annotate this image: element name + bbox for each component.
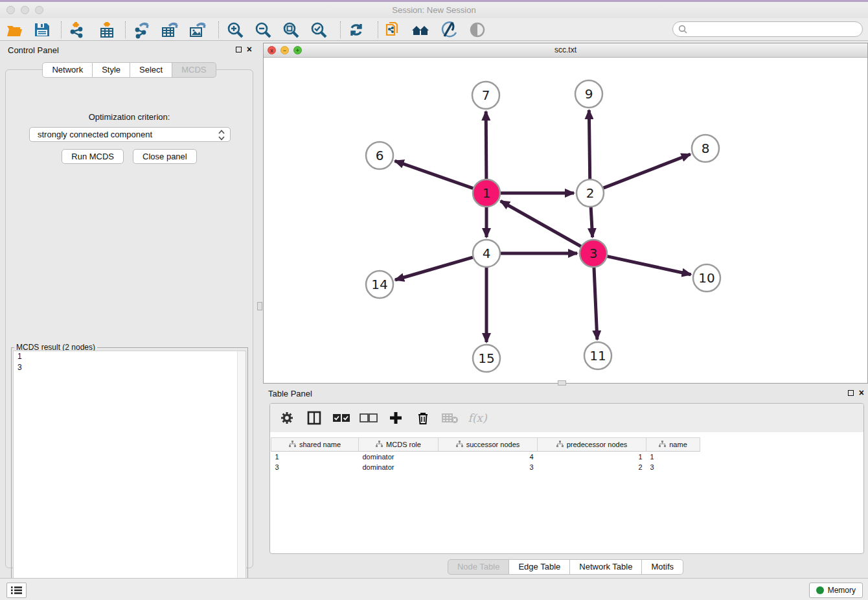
table-panel-title: Table Panel	[268, 389, 312, 398]
show-details-icon[interactable]	[468, 21, 487, 39]
edge-3-1[interactable]	[501, 201, 581, 246]
close-panel-icon[interactable]: ×	[247, 45, 252, 53]
edge-1-6[interactable]	[395, 161, 474, 188]
table-cell[interactable]: 3	[646, 462, 700, 472]
table-row[interactable]: 3dominator323	[271, 462, 700, 472]
control-panel-tabs: NetworkStyleSelectMCDS	[3, 62, 256, 78]
mcds-result-item[interactable]: 3	[14, 362, 246, 373]
table-cell[interactable]: dominator	[359, 462, 439, 472]
edge-2-8[interactable]	[604, 154, 691, 188]
column-edit-icon[interactable]	[456, 441, 463, 449]
node-table: shared nameMCDS rolesuccessor nodesprede…	[271, 437, 700, 472]
export-table-icon[interactable]	[160, 21, 179, 39]
table-panel-tabs: Node TableEdge TableNetwork TableMotifs	[263, 559, 868, 575]
column-header-predecessor-nodes[interactable]: predecessor nodes	[538, 438, 646, 452]
import-network-icon[interactable]	[67, 21, 87, 39]
table-cell[interactable]: 3	[271, 462, 359, 472]
app-title: Session: New Session	[0, 5, 868, 15]
tab-node-table[interactable]: Node Table	[448, 559, 510, 575]
task-history-button[interactable]	[6, 583, 27, 598]
zoom-fit-icon[interactable]	[281, 21, 301, 39]
export-image-icon[interactable]	[188, 21, 207, 39]
table-cell[interactable]: 3	[439, 462, 538, 472]
column-header-MCDS-role[interactable]: MCDS role	[359, 438, 439, 452]
criterion-select[interactable]: strongly connected component	[29, 127, 231, 142]
vertical-splitter-handle[interactable]	[257, 302, 262, 310]
table-cell[interactable]: 1	[538, 452, 646, 462]
result-scrollbar[interactable]	[237, 351, 246, 587]
table-toolbar: f(x)	[270, 404, 863, 432]
network-canvas[interactable]: 7968124314101511	[264, 58, 867, 383]
export-network-icon[interactable]	[132, 21, 152, 39]
node-label-2: 2	[586, 185, 595, 201]
column-edit-icon[interactable]	[556, 441, 564, 449]
tab-motifs[interactable]: Motifs	[642, 559, 683, 575]
column-visibility-icon[interactable]	[305, 410, 323, 426]
float-panel-icon[interactable]	[236, 47, 242, 52]
tab-edge-table[interactable]: Edge Table	[509, 559, 570, 575]
app-titlebar: Session: New Session	[0, 2, 868, 18]
import-table-icon[interactable]	[97, 21, 117, 39]
deselect-all-icon[interactable]	[360, 410, 378, 426]
run-mcds-button[interactable]: Run MCDS	[62, 149, 124, 164]
select-all-icon[interactable]	[332, 410, 350, 426]
float-table-panel-icon[interactable]	[848, 390, 854, 396]
tab-select[interactable]: Select	[130, 62, 172, 78]
home-icon[interactable]	[411, 21, 430, 39]
save-session-icon[interactable]	[32, 21, 52, 39]
zoom-in-icon[interactable]	[225, 21, 245, 39]
network-window-titlebar[interactable]: x − + scc.txt	[264, 43, 867, 58]
close-table-panel-icon[interactable]: ×	[859, 389, 864, 397]
table-panel: Table Panel ×	[263, 386, 868, 577]
criterion-value: strongly connected component	[38, 130, 152, 139]
settings-gear-icon[interactable]	[278, 410, 296, 426]
zoom-selected-icon[interactable]	[309, 21, 328, 39]
tab-network[interactable]: Network	[42, 62, 93, 78]
edge-3-11[interactable]	[594, 268, 597, 340]
column-header-label: MCDS role	[386, 441, 421, 448]
search-field[interactable]	[672, 21, 863, 37]
zoom-out-icon[interactable]	[253, 21, 273, 39]
node-label-14: 14	[371, 277, 387, 292]
edge-1-7[interactable]	[486, 111, 486, 179]
duplicate-network-icon[interactable]	[383, 21, 402, 39]
column-header-label: name	[669, 441, 687, 448]
column-edit-icon[interactable]	[289, 441, 296, 449]
toolbar-separator	[378, 21, 378, 38]
edge-3-10[interactable]	[607, 257, 691, 275]
search-input[interactable]	[690, 25, 862, 34]
edge-4-14[interactable]	[395, 257, 473, 280]
table-row[interactable]: 1dominator411	[271, 452, 700, 462]
table-cell[interactable]: 4	[439, 452, 538, 462]
function-builder-icon[interactable]: f(x)	[468, 410, 486, 426]
column-edit-icon[interactable]	[376, 441, 383, 449]
optimization-criterion-label: Optimization criterion:	[6, 112, 253, 122]
delete-table-icon[interactable]	[441, 410, 459, 426]
table-cell[interactable]: 1	[271, 452, 359, 462]
add-column-icon[interactable]	[387, 410, 405, 426]
column-edit-icon[interactable]	[659, 441, 666, 449]
network-graph[interactable]: 7968124314101511	[264, 58, 867, 383]
table-cell[interactable]: 2	[538, 462, 646, 472]
tab-mcds[interactable]: MCDS	[172, 62, 216, 78]
refresh-icon[interactable]	[347, 21, 366, 39]
table-cell[interactable]: dominator	[359, 452, 439, 462]
mcds-result-fieldset: MCDS result (2 nodes) 13	[11, 347, 248, 590]
edge-2-9[interactable]	[589, 110, 589, 179]
delete-column-icon[interactable]	[414, 410, 432, 426]
column-header-shared-name[interactable]: shared name	[271, 438, 359, 452]
open-session-icon[interactable]	[5, 21, 25, 39]
edge-2-3[interactable]	[591, 207, 592, 237]
apply-style-icon[interactable]	[439, 21, 459, 39]
column-header-name[interactable]: name	[646, 438, 700, 452]
column-header-successor-nodes[interactable]: successor nodes	[439, 438, 538, 452]
tab-network-table[interactable]: Network Table	[570, 559, 642, 575]
memory-button[interactable]: Memory	[809, 583, 863, 598]
mcds-result-item[interactable]: 1	[14, 351, 246, 362]
horizontal-splitter-handle[interactable]	[558, 380, 566, 386]
close-panel-button[interactable]: Close panel	[133, 149, 197, 164]
tab-style[interactable]: Style	[93, 62, 130, 78]
table-cell[interactable]: 1	[646, 452, 700, 462]
node-label-8: 8	[702, 141, 710, 156]
mcds-result-list[interactable]: 13	[13, 351, 246, 588]
